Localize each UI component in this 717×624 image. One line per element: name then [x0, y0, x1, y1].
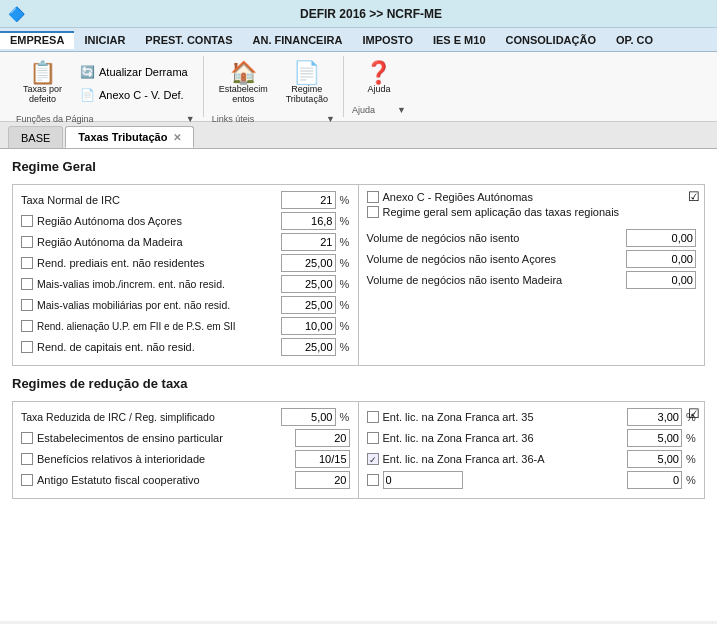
- btn-regime-tributacao[interactable]: 📄 RegimeTributação: [279, 58, 335, 108]
- mais-valias-mob-unit: %: [340, 299, 350, 311]
- refresh-icon: 🔄: [80, 65, 95, 79]
- acores-unit: %: [340, 215, 350, 227]
- cb-zona-franca-36a[interactable]: [367, 453, 379, 465]
- row-mais-valias-imob: Mais-valias imob./increm. ent. não resid…: [21, 275, 350, 293]
- taxas-icon: 📋: [29, 62, 56, 84]
- tabs-bar: BASE Taxas Tributação ✕: [0, 122, 717, 149]
- mais-valias-imob-input[interactable]: [281, 275, 336, 293]
- cb-anexo-c[interactable]: [367, 191, 379, 203]
- zona-franca-36-unit: %: [686, 432, 696, 444]
- title-text: DEFIR 2016 >> NCRF-ME: [33, 7, 709, 21]
- cb-ensino[interactable]: [21, 432, 33, 444]
- taxa-reduzida-label: Taxa Reduzida de IRC / Reg. simplificado: [21, 411, 277, 423]
- acores-input[interactable]: [281, 212, 336, 230]
- ensino-input[interactable]: [295, 429, 350, 447]
- zona-franca-36a-input[interactable]: [627, 450, 682, 468]
- toolbar-group-funcoes: 📋 Taxas pordefeito 🔄 Atualizar Derrama 📄…: [8, 56, 204, 117]
- tab-taxas-close[interactable]: ✕: [173, 132, 181, 143]
- atualizar-label: Atualizar Derrama: [99, 66, 188, 78]
- zona-franca-36-label: Ent. lic. na Zona Franca art. 36: [383, 432, 624, 444]
- cb-mais-valias-mob[interactable]: [21, 299, 33, 311]
- cb-zona-franca-36[interactable]: [367, 432, 379, 444]
- house-icon: 🏠: [230, 62, 257, 84]
- madeira-unit: %: [340, 236, 350, 248]
- btn-atualizar-derrama[interactable]: 🔄 Atualizar Derrama: [73, 62, 195, 82]
- rend-alienacao-input[interactable]: [281, 317, 336, 335]
- toolbar-group-links: 🏠 Estabelecimentos 📄 RegimeTributação Li…: [204, 56, 344, 117]
- mais-valias-mob-input[interactable]: [281, 296, 336, 314]
- menu-consolidacao[interactable]: CONSOLIDAÇÃO: [496, 31, 606, 49]
- btn-anexo-c[interactable]: 📄 Anexo C - V. Def.: [73, 85, 195, 105]
- title-bar: 🔷 DEFIR 2016 >> NCRF-ME: [0, 0, 717, 28]
- vol-neg-acores-input[interactable]: [626, 250, 696, 268]
- menu-ies-m10[interactable]: IES E M10: [423, 31, 496, 49]
- tab-base-label: BASE: [21, 132, 50, 144]
- taxa-normal-input[interactable]: [281, 191, 336, 209]
- mais-valias-imob-unit: %: [340, 278, 350, 290]
- vol-neg-input[interactable]: [626, 229, 696, 247]
- cb-estatuto[interactable]: [21, 474, 33, 486]
- rend-alienacao-unit: %: [340, 320, 350, 332]
- regime-label: RegimeTributação: [286, 84, 328, 104]
- menu-prest-contas[interactable]: PREST. CONTAS: [135, 31, 242, 49]
- row-interioridade: Benefícios relativos à interioridade: [21, 450, 350, 468]
- zona-franca-35-input[interactable]: [627, 408, 682, 426]
- custom-label-input[interactable]: [383, 471, 463, 489]
- links-footer-text: Links úteis: [212, 114, 255, 124]
- rend-prediais-input[interactable]: [281, 254, 336, 272]
- ajuda-label: Ajuda: [367, 84, 390, 94]
- cb-rend-capitais[interactable]: [21, 341, 33, 353]
- estatuto-label: Antigo Estatuto fiscal cooperativo: [37, 474, 291, 486]
- rend-prediais-label: Rend. prediais ent. não residentes: [37, 257, 277, 269]
- menu-an-financeira[interactable]: AN. FINANCEIRA: [243, 31, 353, 49]
- interioridade-input[interactable]: [295, 450, 350, 468]
- cb-regime-sem-aplicacao[interactable]: [367, 206, 379, 218]
- cb-rend-alienacao[interactable]: [21, 320, 33, 332]
- menu-op-co[interactable]: OP. CO: [606, 31, 663, 49]
- madeira-input[interactable]: [281, 233, 336, 251]
- taxa-normal-label: Taxa Normal de IRC: [21, 194, 277, 206]
- cb-mais-valias-imob[interactable]: [21, 278, 33, 290]
- cb-rend-prediais[interactable]: [21, 257, 33, 269]
- cb-zona-franca-35[interactable]: [367, 411, 379, 423]
- menu-empresa[interactable]: EMPRESA: [0, 31, 74, 49]
- reducao-left: Taxa Reduzida de IRC / Reg. simplificado…: [13, 402, 359, 498]
- taxa-normal-unit: %: [340, 194, 350, 206]
- cb-interioridade[interactable]: [21, 453, 33, 465]
- cb-acores[interactable]: [21, 215, 33, 227]
- row-ensino: Estabelecimentos de ensino particular: [21, 429, 350, 447]
- funcoes-footer-text: Funções da Página: [16, 114, 94, 124]
- rend-capitais-label: Rend. de capitais ent. não resid.: [37, 341, 277, 353]
- custom-value-input[interactable]: [627, 471, 682, 489]
- menu-bar: EMPRESA INICIAR PREST. CONTAS AN. FINANC…: [0, 28, 717, 52]
- row-vol-neg-acores: Volume de negócios não isento Açores: [367, 250, 697, 268]
- taxa-reduzida-input[interactable]: [281, 408, 336, 426]
- zona-franca-36-input[interactable]: [627, 429, 682, 447]
- row-acores: Região Autónoma dos Açores %: [21, 212, 350, 230]
- estab-label: Estabelecimentos: [219, 84, 268, 104]
- btn-estabelecimentos[interactable]: 🏠 Estabelecimentos: [212, 58, 275, 108]
- rend-capitais-input[interactable]: [281, 338, 336, 356]
- tab-taxas-label: Taxas Tributação: [78, 131, 167, 143]
- row-mais-valias-mob: Mais-valias mobiliárias por ent. não res…: [21, 296, 350, 314]
- vol-neg-madeira-label: Volume de negócios não isento Madeira: [367, 274, 623, 286]
- zona-franca-36a-label: Ent. lic. na Zona Franca art. 36-A: [383, 453, 624, 465]
- help-icon: ❓: [365, 62, 392, 84]
- menu-iniciar[interactable]: INICIAR: [74, 31, 135, 49]
- tab-base[interactable]: BASE: [8, 126, 63, 148]
- menu-imposto[interactable]: IMPOSTO: [352, 31, 423, 49]
- right-check-1: ☑: [688, 189, 700, 204]
- doc-icon: 📄: [80, 88, 95, 102]
- cb-custom[interactable]: [367, 474, 379, 486]
- toolbar-group-ajuda: ❓ Ajuda Ajuda ▼: [344, 56, 414, 117]
- row-rend-alienacao: Rend. alienação U.P. em FII e de P.S. em…: [21, 317, 350, 335]
- cb-madeira[interactable]: [21, 236, 33, 248]
- rend-capitais-unit: %: [340, 341, 350, 353]
- vol-neg-madeira-input[interactable]: [626, 271, 696, 289]
- estatuto-input[interactable]: [295, 471, 350, 489]
- regime-sem-aplicacao-label: Regime geral sem aplicação das taxas reg…: [383, 206, 697, 218]
- tab-taxas-tributacao[interactable]: Taxas Tributação ✕: [65, 126, 194, 148]
- btn-ajuda[interactable]: ❓ Ajuda: [353, 58, 405, 98]
- btn-taxas-defeito[interactable]: 📋 Taxas pordefeito: [16, 58, 69, 108]
- right-check-2: ☑: [688, 406, 700, 421]
